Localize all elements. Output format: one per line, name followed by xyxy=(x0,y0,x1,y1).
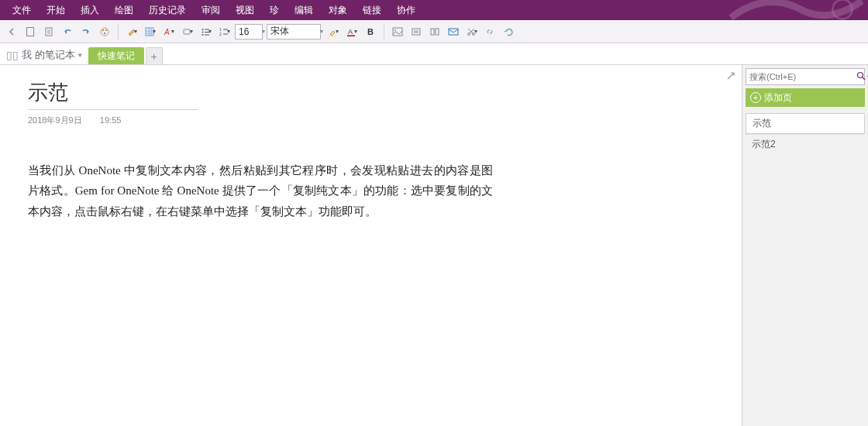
notebook-selector[interactable]: ▯▯ 我 的笔记本 ▾ xyxy=(0,48,88,64)
workspace: 示范 2018年9月9日 19:55 当我们从 OneNote 中复制文本内容，… xyxy=(0,65,868,426)
svg-point-12 xyxy=(202,34,204,36)
insert-button-2[interactable] xyxy=(426,23,443,40)
doc-icon[interactable] xyxy=(22,23,39,40)
notebook-name: 我 的笔记本 xyxy=(22,48,75,62)
menu-edit[interactable]: 编辑 xyxy=(287,0,321,20)
note-container: 示范 2018年9月9日 19:55 当我们从 OneNote 中复制文本内容，… xyxy=(28,79,493,222)
chevron-down-icon: ▾ xyxy=(78,51,82,59)
font-name-combo[interactable] xyxy=(267,24,321,40)
add-section-button[interactable]: + xyxy=(146,47,163,64)
menu-link[interactable]: 链接 xyxy=(355,0,389,20)
svg-text:A: A xyxy=(164,28,170,36)
bullet-list-button[interactable]: ▾ xyxy=(198,23,215,40)
plus-icon: + xyxy=(750,92,761,103)
font-size-combo[interactable] xyxy=(235,24,263,40)
search-icon[interactable] xyxy=(856,71,866,83)
search-input[interactable] xyxy=(749,72,856,81)
svg-point-27 xyxy=(858,72,863,77)
back-button[interactable] xyxy=(3,23,20,40)
menu-collab[interactable]: 协作 xyxy=(389,0,423,20)
svg-text:B: B xyxy=(367,27,374,36)
redo-button[interactable] xyxy=(78,23,95,40)
undo-button[interactable] xyxy=(59,23,76,40)
decorative-swirl-icon xyxy=(724,0,863,23)
font-color-button[interactable]: A▾ xyxy=(343,23,360,40)
menu-home[interactable]: 开始 xyxy=(39,0,73,20)
insert-button-1[interactable] xyxy=(408,23,425,40)
svg-rect-19 xyxy=(393,28,402,36)
svg-text:2: 2 xyxy=(219,32,222,36)
svg-rect-24 xyxy=(449,29,458,35)
note-meta: 2018年9月9日 19:55 xyxy=(28,115,493,126)
svg-rect-21 xyxy=(412,29,420,35)
note-date: 2018年9月9日 xyxy=(28,115,82,125)
menu-file[interactable]: 文件 xyxy=(5,0,39,20)
side-panel: ▾ + 添加页 示范 示范2 xyxy=(742,65,868,426)
palette-icon[interactable] xyxy=(96,23,113,40)
menu-review[interactable]: 审阅 xyxy=(194,0,228,20)
svg-point-5 xyxy=(105,29,107,31)
font-style-button[interactable]: A▾ xyxy=(160,23,177,40)
outlook-button[interactable] xyxy=(445,23,462,40)
svg-rect-22 xyxy=(431,29,434,35)
search-box[interactable]: ▾ xyxy=(746,68,865,85)
note-time: 19:55 xyxy=(100,115,122,125)
svg-point-6 xyxy=(104,33,105,34)
number-list-button[interactable]: 12▾ xyxy=(216,23,233,40)
menu-gem[interactable]: 珍 xyxy=(262,0,287,20)
refresh-button[interactable] xyxy=(501,23,518,40)
page-list: 示范 示范2 xyxy=(746,113,865,154)
note-body[interactable]: 当我们从 OneNote 中复制文本内容，然后粘贴到其它程序时，会发现粘贴进去的… xyxy=(28,160,493,222)
svg-rect-23 xyxy=(436,29,439,35)
menu-view[interactable]: 视图 xyxy=(228,0,262,20)
menu-history[interactable]: 历史记录 xyxy=(141,0,194,20)
notebook-icon: ▯▯ xyxy=(6,49,19,61)
toolbar: ▾ ▾ A▾ ▾ ▾ 12▾ ▾ ▾ ▾ A▾ B ▾ xyxy=(0,20,868,43)
format-painter-button[interactable]: ▾ xyxy=(123,23,140,40)
page-icon[interactable] xyxy=(40,23,57,40)
page-canvas[interactable]: 示范 2018年9月9日 19:55 当我们从 OneNote 中复制文本内容，… xyxy=(0,65,742,426)
svg-rect-1 xyxy=(27,27,34,36)
expand-icon[interactable] xyxy=(726,71,735,83)
highlight-button[interactable]: ▾ xyxy=(325,23,342,40)
table-button[interactable]: ▾ xyxy=(142,23,159,40)
add-page-label: 添加页 xyxy=(764,91,792,105)
page-title[interactable]: 示范 xyxy=(28,79,198,110)
svg-point-4 xyxy=(102,29,104,31)
section-tab[interactable]: 快速笔记 xyxy=(88,47,144,64)
tag-button[interactable]: ▾ xyxy=(179,23,196,40)
svg-text:A: A xyxy=(348,28,353,36)
svg-point-0 xyxy=(832,0,852,19)
page-list-item[interactable]: 示范2 xyxy=(746,134,865,154)
svg-point-10 xyxy=(202,29,204,30)
separator xyxy=(384,24,384,40)
svg-point-11 xyxy=(202,31,204,33)
svg-rect-15 xyxy=(329,36,336,36)
menu-bar: 文件 开始 插入 绘图 历史记录 审阅 视图 珍 编辑 对象 链接 协作 xyxy=(0,0,868,20)
menu-draw[interactable]: 绘图 xyxy=(107,0,141,20)
image-button[interactable] xyxy=(389,23,406,40)
page-list-item[interactable]: 示范 xyxy=(746,113,865,134)
svg-point-20 xyxy=(394,29,396,31)
separator xyxy=(118,24,119,40)
menu-object[interactable]: 对象 xyxy=(321,0,355,20)
add-page-button[interactable]: + 添加页 xyxy=(746,88,865,107)
scissors-button[interactable]: ▾ xyxy=(463,23,480,40)
svg-rect-9 xyxy=(184,29,190,34)
svg-rect-17 xyxy=(347,35,355,36)
link-button-2[interactable] xyxy=(482,23,499,40)
svg-point-3 xyxy=(101,28,108,36)
bold-button[interactable]: B xyxy=(362,23,379,40)
menu-insert[interactable]: 插入 xyxy=(73,0,107,20)
tab-row: ▯▯ 我 的笔记本 ▾ 快速笔记 + xyxy=(0,43,868,65)
